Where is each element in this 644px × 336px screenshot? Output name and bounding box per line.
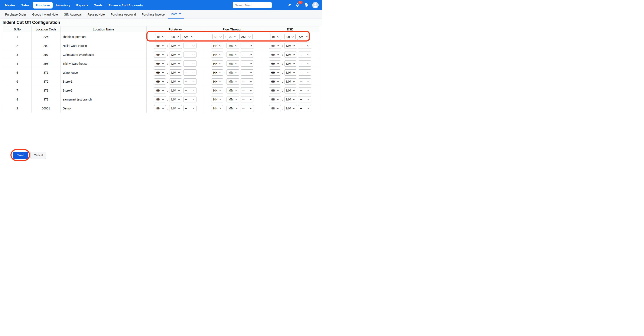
- menu-item-purchase[interactable]: Purchase: [33, 2, 53, 8]
- dsd-ampm-select[interactable]: --: [298, 96, 311, 102]
- subnav-tab-purchase-invoice[interactable]: Purchase Invoice: [139, 10, 168, 18]
- dsd-minute-select[interactable]: MM: [284, 87, 297, 93]
- flow-through-ampm-select[interactable]: --: [240, 78, 254, 84]
- put-away-minute-select[interactable]: 00: [170, 34, 181, 40]
- put-away-ampm-select[interactable]: --: [183, 69, 196, 76]
- flow-through-ampm-select[interactable]: --: [240, 87, 254, 93]
- flow-through-minute-select[interactable]: MM: [226, 87, 239, 93]
- put-away-ampm-select[interactable]: --: [183, 96, 196, 102]
- flow-through-ampm-select[interactable]: --: [240, 105, 254, 111]
- flow-through-ampm-select[interactable]: --: [240, 96, 254, 102]
- put-away-ampm-select[interactable]: --: [183, 51, 196, 58]
- flow-through-hour-select[interactable]: HH: [211, 69, 223, 76]
- flow-through-ampm-select[interactable]: --: [240, 51, 254, 58]
- dsd-ampm-select[interactable]: --: [298, 87, 311, 93]
- bell-icon[interactable]: 31: [295, 2, 300, 8]
- flow-through-ampm-select[interactable]: --: [240, 69, 254, 76]
- put-away-hour-select[interactable]: 01: [155, 34, 166, 40]
- menu-item-inventory[interactable]: Inventory: [53, 2, 73, 8]
- put-away-hour-select[interactable]: HH: [154, 69, 166, 76]
- dsd-hour-select[interactable]: HH: [269, 87, 281, 93]
- put-away-ampm-select[interactable]: --: [183, 87, 196, 93]
- flow-through-minute-select[interactable]: MM: [226, 69, 239, 76]
- avatar[interactable]: [312, 2, 318, 8]
- flow-through-ampm-select[interactable]: --: [240, 42, 254, 49]
- dsd-ampm-select[interactable]: AM: [297, 34, 310, 40]
- subnav-tab-gin-approval[interactable]: GIN Approval: [61, 10, 84, 18]
- dsd-ampm-select[interactable]: --: [298, 69, 311, 76]
- dsd-hour-select[interactable]: HH: [269, 51, 281, 58]
- put-away-ampm-select[interactable]: --: [183, 105, 196, 111]
- subnav-tab-purchase-approval[interactable]: Purchase Approval: [108, 10, 139, 18]
- put-away-minute-select[interactable]: MM: [169, 87, 182, 93]
- put-away-ampm-select[interactable]: --: [183, 42, 196, 49]
- menu-item-reports[interactable]: Reports: [74, 2, 91, 8]
- gavel-icon[interactable]: [286, 2, 292, 8]
- put-away-minute-select[interactable]: MM: [169, 96, 182, 102]
- menu-item-tools[interactable]: Tools: [92, 2, 105, 8]
- tab-more[interactable]: More: [168, 10, 184, 18]
- printer-icon[interactable]: [304, 2, 309, 8]
- put-away-ampm-select[interactable]: --: [183, 78, 196, 84]
- flow-through-minute-select[interactable]: 00: [227, 34, 238, 40]
- flow-through-ampm-select[interactable]: AM: [239, 34, 252, 40]
- dsd-minute-select[interactable]: MM: [284, 42, 297, 49]
- flow-through-hour-select[interactable]: HH: [211, 42, 223, 49]
- put-away-minute-select[interactable]: MM: [169, 60, 182, 67]
- dsd-ampm-select[interactable]: --: [298, 60, 311, 67]
- flow-through-hour-select[interactable]: 01: [212, 34, 224, 40]
- dsd-hour-select[interactable]: HH: [269, 69, 281, 76]
- put-away-hour-select[interactable]: HH: [154, 51, 166, 58]
- put-away-hour-select[interactable]: HH: [154, 60, 166, 67]
- dsd-minute-select[interactable]: MM: [284, 60, 297, 67]
- menu-item-sales[interactable]: Sales: [18, 2, 32, 8]
- flow-through-minute-select[interactable]: MM: [226, 51, 239, 58]
- search-input[interactable]: [233, 2, 272, 8]
- flow-through-hour-select[interactable]: HH: [211, 105, 223, 111]
- put-away-minute-select[interactable]: MM: [169, 69, 182, 76]
- dsd-hour-select[interactable]: HH: [269, 60, 281, 67]
- dsd-minute-select[interactable]: MM: [284, 78, 297, 84]
- put-away-minute-select[interactable]: MM: [169, 105, 182, 111]
- flow-through-hour-select[interactable]: HH: [211, 96, 223, 102]
- dsd-hour-select[interactable]: HH: [269, 96, 281, 102]
- dsd-ampm-select[interactable]: --: [298, 78, 311, 84]
- flow-through-hour-select[interactable]: HH: [211, 51, 223, 58]
- put-away-hour-select[interactable]: HH: [154, 42, 166, 49]
- dsd-minute-select[interactable]: MM: [284, 69, 297, 76]
- put-away-minute-select[interactable]: MM: [169, 78, 182, 84]
- put-away-minute-select[interactable]: MM: [169, 42, 182, 49]
- flow-through-ampm-select[interactable]: --: [240, 60, 254, 67]
- dsd-hour-select[interactable]: HH: [269, 105, 281, 111]
- flow-through-hour-select[interactable]: HH: [211, 87, 223, 93]
- dsd-hour-select[interactable]: HH: [269, 42, 281, 49]
- put-away-hour-select[interactable]: HH: [154, 96, 166, 102]
- cancel-button[interactable]: Cancel: [30, 152, 46, 159]
- subnav-tab-purchase-order[interactable]: Purchase Order: [2, 10, 29, 18]
- flow-through-minute-select[interactable]: MM: [226, 60, 239, 67]
- dsd-minute-select[interactable]: MM: [284, 105, 297, 111]
- put-away-hour-select[interactable]: HH: [154, 105, 166, 111]
- dsd-minute-select[interactable]: 00: [284, 34, 296, 40]
- put-away-ampm-select[interactable]: --: [183, 60, 196, 67]
- dsd-hour-select[interactable]: 01: [270, 34, 281, 40]
- dsd-minute-select[interactable]: MM: [284, 96, 297, 102]
- dsd-ampm-select[interactable]: --: [298, 105, 311, 111]
- subnav-tab-goods-inward-note[interactable]: Goods Inward Note: [29, 10, 61, 18]
- flow-through-hour-select[interactable]: HH: [211, 78, 223, 84]
- menu-item-master[interactable]: Master: [2, 2, 18, 8]
- flow-through-minute-select[interactable]: MM: [226, 42, 239, 49]
- save-button[interactable]: Save: [13, 152, 28, 159]
- dsd-hour-select[interactable]: HH: [269, 78, 281, 84]
- dsd-ampm-select[interactable]: --: [298, 51, 311, 58]
- flow-through-minute-select[interactable]: MM: [226, 96, 239, 102]
- subnav-tab-receipt-note[interactable]: Receipt Note: [84, 10, 108, 18]
- dsd-minute-select[interactable]: MM: [284, 51, 297, 58]
- put-away-ampm-select[interactable]: AM: [182, 34, 195, 40]
- flow-through-hour-select[interactable]: HH: [211, 60, 223, 67]
- put-away-minute-select[interactable]: MM: [169, 51, 182, 58]
- put-away-hour-select[interactable]: HH: [154, 87, 166, 93]
- flow-through-minute-select[interactable]: MM: [226, 105, 239, 111]
- menu-item-finance-and-accounts[interactable]: Finance And Accounts: [106, 2, 146, 8]
- flow-through-minute-select[interactable]: MM: [226, 78, 239, 84]
